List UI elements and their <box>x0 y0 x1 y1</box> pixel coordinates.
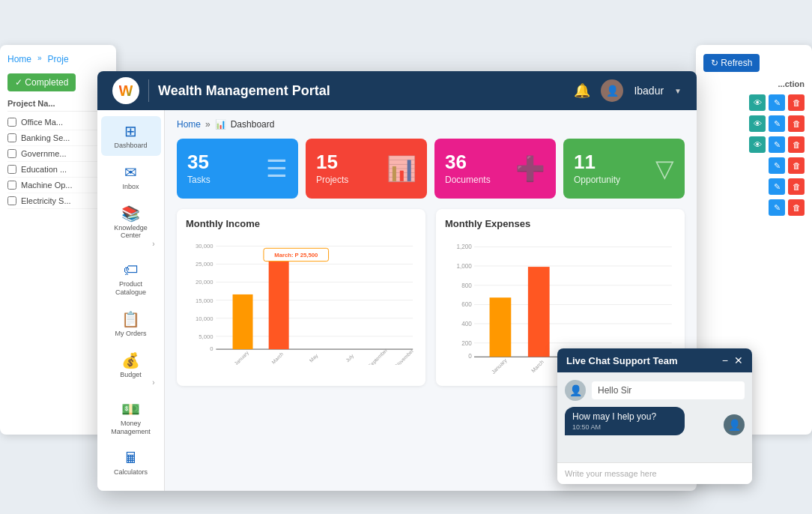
view-button[interactable]: 👁 <box>749 136 766 153</box>
chat-user-row: 👤 Hello Sir <box>565 380 745 401</box>
completed-button[interactable]: ✓ Completed <box>7 73 76 91</box>
chat-agent-avatar: 👤 <box>724 414 745 435</box>
sidebar-item-budget[interactable]: 💰 Budget › <box>101 345 161 393</box>
sidebar-item-calculators[interactable]: 🖩 Calculators <box>101 444 161 483</box>
stats-row: 35 Tasks ☰ 15 Projects 📊 36 Documents <box>177 139 685 199</box>
view-button[interactable]: 👁 <box>749 94 766 111</box>
bg-home-link[interactable]: Home <box>7 54 31 64</box>
tasks-number: 35 <box>187 152 210 172</box>
dashboard-icon: ⊞ <box>124 122 137 140</box>
delete-button[interactable]: 🗑 <box>788 157 805 174</box>
svg-text:September: September <box>367 347 389 365</box>
sidebar-item-orders[interactable]: 📋 My Orders <box>101 304 161 344</box>
breadcrumb-sep: » <box>205 119 210 130</box>
sidebar-label: Inbox <box>122 183 139 191</box>
bell-icon[interactable]: 🔔 <box>574 82 590 99</box>
edit-button[interactable]: ✎ <box>769 136 785 153</box>
svg-text:5,000: 5,000 <box>199 333 213 340</box>
view-button[interactable]: 👁 <box>749 115 766 132</box>
row-checkbox[interactable] <box>7 196 16 205</box>
documents-number: 36 <box>445 152 491 172</box>
edit-button[interactable]: ✎ <box>769 94 785 111</box>
user-name: Ibadur <box>634 85 664 97</box>
svg-text:30,000: 30,000 <box>196 243 213 250</box>
edit-button[interactable]: ✎ <box>769 115 785 132</box>
svg-text:January: January <box>233 349 250 365</box>
delete-button[interactable]: 🗑 <box>788 94 805 111</box>
income-chart-title: Monthly Income <box>186 218 416 229</box>
stat-card-tasks[interactable]: 35 Tasks ☰ <box>177 139 298 199</box>
chat-agent-message: How may I help you? <box>572 411 656 422</box>
refresh-button[interactable]: ↻ Refresh <box>703 54 760 72</box>
portal-header: W Wealth Management Portal 🔔 👤 Ibadur ▼ <box>97 71 697 110</box>
action-row: 👁 ✎ 🗑 <box>703 115 805 132</box>
user-dropdown-arrow[interactable]: ▼ <box>674 87 682 95</box>
delete-button[interactable]: 🗑 <box>788 136 805 153</box>
sidebar-item-money[interactable]: 💵 Money Management <box>101 394 161 442</box>
projects-label: Projects <box>316 175 348 185</box>
delete-button[interactable]: 🗑 <box>788 115 805 132</box>
breadcrumb: Home » 📊 Dashboard <box>177 119 685 130</box>
bg-project-link[interactable]: Proje <box>48 54 69 64</box>
action-column-header: ...ction <box>703 79 805 88</box>
action-row: 👁 ✎ 🗑 <box>703 136 805 153</box>
sidebar-item-dashboard[interactable]: ⊞ Dashboard <box>101 116 161 156</box>
svg-text:800: 800 <box>461 282 472 289</box>
sidebar-label: Calculators <box>114 468 148 477</box>
row-checkbox[interactable] <box>7 133 16 142</box>
stat-card-opportunity[interactable]: 11 Opportunity ▽ <box>563 139 685 199</box>
edit-button[interactable]: ✎ <box>769 199 785 216</box>
projects-icon: 📊 <box>387 154 416 183</box>
row-checkbox[interactable] <box>7 118 16 127</box>
svg-text:March: P 25,500: March: P 25,500 <box>274 252 318 258</box>
svg-rect-39 <box>528 267 550 357</box>
svg-text:20,000: 20,000 <box>196 279 213 285</box>
expenses-chart-title: Monthly Expenses <box>445 218 676 229</box>
opportunity-number: 11 <box>574 152 620 172</box>
edit-button[interactable]: ✎ <box>769 178 785 195</box>
row-checkbox[interactable] <box>7 181 16 190</box>
chat-body: 👤 Hello Sir How may I help you? 10:50 AM… <box>557 372 752 462</box>
table-row: Education ... <box>7 162 109 178</box>
delete-button[interactable]: 🗑 <box>788 199 805 216</box>
sidebar-item-knowledge[interactable]: 📚 Knowledge Center › <box>101 199 161 255</box>
svg-text:10,000: 10,000 <box>196 315 213 322</box>
stat-card-projects[interactable]: 15 Projects 📊 <box>306 139 427 199</box>
svg-rect-38 <box>490 297 512 357</box>
projects-number: 15 <box>316 152 348 172</box>
svg-text:200: 200 <box>461 340 472 347</box>
chat-minimize-button[interactable]: − <box>722 354 728 366</box>
chat-close-button[interactable]: ✕ <box>734 354 743 366</box>
svg-text:1,000: 1,000 <box>456 263 472 270</box>
sidebar-item-products[interactable]: 🏷 Product Catalogue <box>101 256 161 303</box>
svg-text:July: July <box>345 353 356 364</box>
chat-widget: Live Chat Support Team − ✕ 👤 Hello Sir H… <box>557 348 752 484</box>
portal-logo: W <box>112 77 139 104</box>
chat-header-actions: − ✕ <box>722 354 743 366</box>
monthly-income-chart: Monthly Income 30,000 25,000 20,000 15,0… <box>177 209 425 386</box>
svg-text:0: 0 <box>468 353 472 360</box>
table-row: Electricity S... <box>7 193 109 209</box>
svg-text:1,200: 1,200 <box>456 244 472 250</box>
portal-title: Wealth Management Portal <box>158 83 565 99</box>
delete-button[interactable]: 🗑 <box>788 178 805 195</box>
table-row: Machine Op... <box>7 178 109 193</box>
action-row: ✎ 🗑 <box>703 199 805 216</box>
sidebar-label: Product Catalogue <box>104 280 158 297</box>
svg-text:March: March <box>530 359 545 374</box>
row-checkbox[interactable] <box>7 149 16 158</box>
row-checkbox[interactable] <box>7 165 16 174</box>
svg-rect-14 <box>233 294 253 349</box>
chat-footer[interactable]: Write your message here <box>557 462 752 484</box>
chat-title: Live Chat Support Team <box>566 355 716 366</box>
action-row: 👁 ✎ 🗑 <box>703 94 805 111</box>
sidebar-item-inbox[interactable]: ✉ Inbox <box>101 157 161 197</box>
svg-text:May: May <box>309 352 320 363</box>
breadcrumb-icon: 📊 <box>215 119 226 130</box>
breadcrumb-home[interactable]: Home <box>177 119 201 130</box>
stat-card-documents[interactable]: 36 Documents ➕ <box>434 139 556 199</box>
svg-text:March: March <box>270 351 284 365</box>
header-icons: 🔔 👤 Ibadur ▼ <box>574 79 682 102</box>
products-icon: 🏷 <box>124 261 139 279</box>
edit-button[interactable]: ✎ <box>769 157 785 174</box>
